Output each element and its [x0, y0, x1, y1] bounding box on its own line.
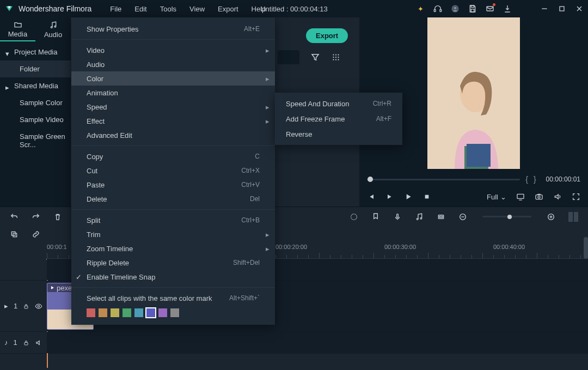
ctx-select-color-mark[interactable]: Select all clips with the same color mar… [71, 291, 275, 305]
preview-quality-dropdown[interactable]: Full⌄ [487, 193, 506, 201]
menu-tools[interactable]: Tools [155, 3, 182, 15]
minimize-button[interactable] [540, 4, 549, 13]
tree-folder[interactable]: Folder [0, 60, 71, 77]
timeline-scrollbar[interactable] [584, 237, 588, 259]
menu-file[interactable]: File [105, 3, 127, 15]
sub-freeze-frame[interactable]: Add Freeze FrameAlt+F [275, 111, 402, 126]
ctx-color[interactable]: Color▸ [71, 71, 275, 86]
lock-icon[interactable] [23, 339, 29, 346]
ctx-delete[interactable]: DeleteDel [71, 192, 275, 206]
maximize-button[interactable] [558, 4, 566, 13]
mark-out-icon[interactable]: } [534, 175, 536, 184]
ctx-trim[interactable]: Trim▸ [71, 227, 275, 241]
marker-icon[interactable] [371, 213, 380, 221]
track-height-toggle[interactable] [568, 212, 578, 222]
svg-rect-33 [397, 214, 399, 217]
title-bar: Wondershare Filmora File Edit Tools View… [0, 0, 588, 17]
ctx-zoom-timeline[interactable]: Zoom Timeline▸ [71, 241, 275, 256]
library-tabs: Media Audio [0, 17, 71, 41]
download-icon[interactable] [503, 4, 512, 13]
tree-project-media[interactable]: ▾Project Media [0, 44, 71, 60]
redo-button[interactable] [32, 213, 40, 221]
tab-audio[interactable]: Audio [35, 17, 71, 41]
undo-button[interactable] [10, 213, 19, 221]
render-icon[interactable] [350, 213, 358, 221]
ctx-copy[interactable]: CopyC [71, 149, 275, 163]
color-mark-purple[interactable] [158, 308, 167, 317]
close-button[interactable] [575, 4, 584, 13]
ctx-animation[interactable]: Animation [71, 86, 275, 100]
ctx-enable-snap[interactable]: ✓Enable Timeline Snap [71, 270, 275, 284]
separator [71, 287, 275, 288]
scrub-track[interactable] [367, 179, 520, 180]
tree-sample-video[interactable]: Sample Video [0, 111, 71, 128]
next-frame-button[interactable] [385, 192, 394, 201]
preview-frame [427, 17, 520, 169]
audio-mixer-icon[interactable] [415, 213, 424, 221]
delete-button[interactable] [53, 213, 62, 221]
color-mark-blue[interactable] [146, 308, 155, 317]
ctx-video[interactable]: Video▸ [71, 43, 275, 57]
prev-frame-button[interactable] [367, 192, 376, 201]
chevron-right-icon: ▸ [266, 231, 270, 239]
sub-speed-duration[interactable]: Speed And DurationCtrl+R [275, 96, 402, 111]
zoom-in-button[interactable] [547, 213, 555, 221]
eye-icon[interactable] [35, 302, 42, 310]
svg-point-16 [335, 54, 336, 55]
save-icon[interactable] [468, 4, 477, 13]
zoom-out-button[interactable] [458, 213, 467, 221]
chevron-right-icon: ▸ [266, 117, 270, 125]
crop-icon[interactable] [437, 213, 445, 221]
menu-edit[interactable]: Edit [129, 3, 152, 15]
audio-track-content[interactable] [47, 332, 588, 353]
volume-icon[interactable] [553, 192, 562, 201]
headset-icon[interactable] [433, 4, 442, 13]
bulb-icon[interactable]: ✦ [416, 4, 425, 13]
fullscreen-icon[interactable] [572, 192, 580, 201]
menu-bar: File Edit Tools View Export Help [105, 3, 271, 15]
grid-view-icon[interactable] [331, 52, 341, 62]
ctx-speed[interactable]: Speed▸ [71, 100, 275, 114]
context-menu: Show PropertiesAlt+E Video▸ Audio Color▸… [71, 17, 275, 325]
color-mark-yellow[interactable] [111, 308, 119, 317]
chevron-right-icon: ▸ [266, 103, 270, 111]
display-icon[interactable] [516, 192, 525, 201]
lock-icon[interactable] [23, 303, 29, 310]
filter-icon[interactable] [310, 52, 320, 62]
ctx-show-properties[interactable]: Show PropertiesAlt+E [71, 22, 275, 36]
color-mark-gray[interactable] [170, 308, 179, 317]
ctx-split[interactable]: SplitCtrl+B [71, 213, 275, 227]
color-mark-orange[interactable] [99, 308, 107, 317]
copy-icon[interactable] [10, 230, 19, 239]
menu-view[interactable]: View [184, 3, 210, 15]
speaker-icon[interactable] [35, 339, 42, 347]
ctx-ripple-delete[interactable]: Ripple DeleteShift+Del [71, 256, 275, 270]
tree-shared-media[interactable]: ▸Shared Media [0, 77, 71, 94]
tab-media[interactable]: Media [0, 17, 35, 41]
color-mark-green[interactable] [122, 308, 131, 317]
menu-export[interactable]: Export [212, 3, 244, 15]
zoom-thumb[interactable] [507, 215, 512, 219]
video-track-header: ▸ 1 [0, 281, 47, 331]
zoom-slider[interactable] [482, 216, 531, 217]
link-icon[interactable] [32, 230, 40, 239]
tree-sample-green-screen[interactable]: Sample Green Scr... [0, 128, 71, 153]
ctx-cut[interactable]: CutCtrl+X [71, 163, 275, 178]
export-button[interactable]: Export [306, 28, 348, 43]
profile-icon[interactable] [451, 4, 460, 13]
scrub-thumb[interactable] [367, 177, 373, 182]
color-mark-cyan[interactable] [134, 308, 143, 317]
mark-in-icon[interactable]: { [525, 175, 528, 184]
voiceover-icon[interactable] [393, 213, 402, 221]
snapshot-icon[interactable] [535, 192, 543, 201]
document-title: Untitled : 00:00:04:13 [260, 5, 328, 13]
search-input[interactable] [278, 50, 299, 64]
sub-reverse[interactable]: Reverse [275, 126, 402, 142]
color-mark-red[interactable] [87, 308, 95, 317]
play-button[interactable] [404, 192, 413, 201]
mail-icon[interactable] [486, 4, 494, 13]
ctx-effect[interactable]: Effect▸ [71, 114, 275, 128]
tree-sample-color[interactable]: Sample Color [0, 94, 71, 111]
stop-button[interactable] [422, 192, 431, 201]
svg-point-13 [51, 26, 52, 28]
